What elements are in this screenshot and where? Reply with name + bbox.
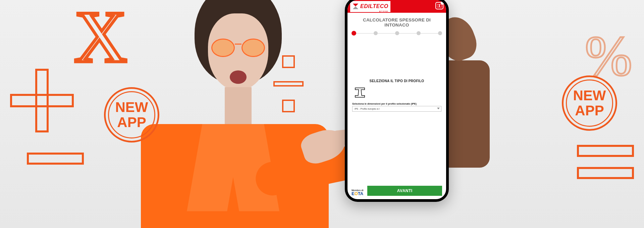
equals-icon bbox=[577, 145, 634, 189]
svg-marker-0 bbox=[353, 4, 359, 6]
app-bar: EDILTECO group bbox=[347, 0, 446, 13]
svg-rect-2 bbox=[437, 4, 439, 7]
svg-marker-1 bbox=[353, 6, 359, 9]
progress-stepper bbox=[347, 31, 446, 36]
app-footer: Membro di EOTA AVANTI bbox=[347, 183, 446, 199]
new-app-badge-left: NEWAPP bbox=[104, 87, 159, 142]
next-button[interactable]: AVANTI bbox=[367, 186, 442, 196]
phone-mockup: EDILTECO group CALCOLATORE SPESSORE DI I… bbox=[345, 0, 449, 202]
profile-dimension-field: Seleziona le dimensioni per il profilo s… bbox=[347, 102, 446, 112]
badge-text: NEWAPP bbox=[573, 88, 606, 118]
divide-icon bbox=[273, 55, 304, 112]
badge-text: NEWAPP bbox=[115, 100, 148, 129]
page-title: CALCOLATORE SPESSORE DI INTONACO bbox=[347, 13, 446, 30]
chevron-down-icon bbox=[437, 108, 440, 109]
step-2[interactable] bbox=[374, 31, 378, 35]
field-label: Seleziona le dimensioni per il profilo s… bbox=[352, 102, 441, 105]
minus-icon bbox=[27, 153, 84, 165]
step-1[interactable] bbox=[352, 31, 356, 36]
profile-dimension-select[interactable]: IPE - Profilo europeo a I bbox=[352, 106, 441, 112]
step-3[interactable] bbox=[395, 31, 399, 35]
appbar-indicator-icon[interactable] bbox=[435, 2, 443, 9]
brand-mark-icon bbox=[352, 3, 359, 10]
profile-type-icon bbox=[353, 86, 446, 100]
step-5[interactable] bbox=[438, 31, 442, 35]
eota-logo: EOTA bbox=[352, 191, 363, 196]
section-label: SELEZIONA IL TIPO DI PROFILO bbox=[347, 79, 446, 83]
brand-sub: group bbox=[379, 10, 388, 12]
multiply-icon: X bbox=[72, 8, 129, 65]
new-app-badge-right: NEWAPP bbox=[562, 75, 617, 131]
app-screen: EDILTECO group CALCOLATORE SPESSORE DI I… bbox=[347, 0, 446, 199]
plus-icon bbox=[10, 69, 74, 132]
membership-badge: Membro di EOTA bbox=[352, 189, 363, 196]
brand-logo: EDILTECO group bbox=[350, 1, 390, 12]
step-4[interactable] bbox=[417, 31, 421, 35]
select-value: IPE - Profilo europeo a I bbox=[355, 108, 380, 110]
brand-name: EDILTECO bbox=[360, 4, 388, 9]
